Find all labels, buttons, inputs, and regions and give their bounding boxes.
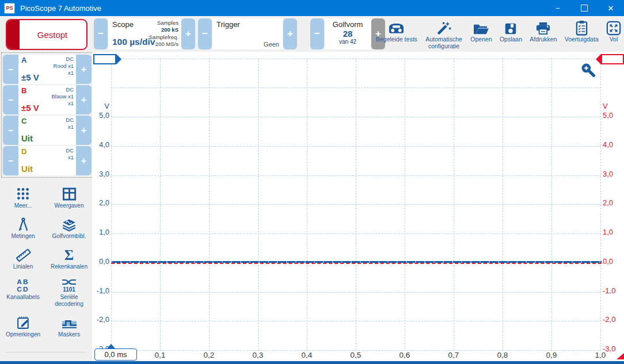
marker-tag-box xyxy=(601,54,624,64)
trace-channel-b[interactable] xyxy=(111,263,602,264)
channel-c-coupling: DC xyxy=(66,117,74,124)
scope-decrease-button[interactable]: − xyxy=(94,18,108,49)
scope-increase-button[interactable]: + xyxy=(181,18,195,49)
y-axis-label-left: 2,0 xyxy=(92,199,109,206)
save-button[interactable]: Opslaan xyxy=(498,18,524,44)
marker-arrow-right-icon xyxy=(116,54,121,64)
stop-start-button[interactable]: Gestopt xyxy=(6,19,87,50)
y-axis-label-left: 1,0 xyxy=(92,228,109,236)
trigger-decrease-button[interactable]: − xyxy=(198,18,212,49)
auto-setup-button[interactable]: Automatische configuratie xyxy=(423,18,465,51)
plot-area[interactable]: 5,05,04,04,03,03,02,02,01,01,00,00,0-1,0… xyxy=(92,52,624,361)
samplerate-value: 200 MS/s xyxy=(155,41,178,47)
guided-tests-button[interactable]: Begeleide tests xyxy=(374,18,419,44)
channel-c-info: DC x1 xyxy=(66,117,74,131)
sidebar-item-waveform-library[interactable]: Golfvormbibl. xyxy=(46,216,92,240)
samples-value: 200 kS xyxy=(161,26,178,33)
trigger-title: Trigger xyxy=(216,20,240,29)
right-edge-trigger-icon[interactable] xyxy=(617,353,624,359)
auto-setup-label: Automatische configuratie xyxy=(425,36,463,49)
sidebar-item-more-label: Meer... xyxy=(13,202,33,209)
sidebar-item-notes[interactable]: Opmerkingen xyxy=(0,314,46,338)
channel-group: − A DC Rood x1 x1 ±5 V + − B DC Blauw x1… xyxy=(1,52,93,178)
y-axis-label-left: 0,0 xyxy=(92,258,109,265)
fullscreen-button[interactable]: Vol xyxy=(604,18,623,44)
sidebar-item-math-channels[interactable]: Σ Rekenkanalen xyxy=(46,246,92,270)
sidebar-item-serial-decoding[interactable]: 1101 Seriële decodering xyxy=(46,277,92,308)
svg-text:1101: 1101 xyxy=(63,286,75,293)
y-axis-label-right: 3,0 xyxy=(603,170,613,178)
channel-a-body[interactable]: A DC Rood x1 x1 ±5 V xyxy=(18,55,76,84)
channel-d-body[interactable]: D DC x1 Uit xyxy=(18,146,76,175)
channel-c-attenuation: x1 xyxy=(66,124,74,131)
channel-a-panel: − A DC Rood x1 x1 ±5 V + xyxy=(3,55,92,84)
y-axis-label-right: -2,0 xyxy=(603,316,615,323)
y-axis-label-right: 5,0 xyxy=(603,112,613,119)
sidebar-item-channel-labels[interactable]: AB CD Kanaallabels xyxy=(0,277,46,308)
channel-d-decrease-button[interactable]: − xyxy=(3,146,18,175)
sidebar-tools: Meer... Weergaven Metingen xyxy=(0,185,92,338)
sidebar-item-masks[interactable]: Maskers xyxy=(46,314,92,338)
samples-label: Samples xyxy=(157,20,178,26)
trigger-increase-button[interactable]: + xyxy=(283,18,297,49)
scope-widget-body[interactable]: Scope 100 µs/div Samples 200 kS Samplefr… xyxy=(108,18,181,49)
channel-b-letter: B xyxy=(21,86,26,95)
time-origin-marker-icon[interactable] xyxy=(107,344,115,348)
x-axis-label: 0,7 xyxy=(441,351,466,359)
sidebar-item-measurements-label: Metingen xyxy=(10,233,36,240)
y-axis-unit-left: V xyxy=(92,102,109,110)
channel-a-increase-button[interactable]: + xyxy=(76,55,92,84)
channel-a-coupling: DC xyxy=(54,56,74,63)
print-button[interactable]: Afdrukken xyxy=(528,18,558,44)
waveform-nav-body[interactable]: Golfvorm 28 van 42 xyxy=(325,18,371,49)
channel-b-decrease-button[interactable]: − xyxy=(3,85,18,114)
gridline-horizontal xyxy=(111,204,601,205)
stop-start-label: Gestopt xyxy=(26,30,68,40)
sidebar-item-views-label: Weergaven xyxy=(54,202,85,209)
channel-b-increase-button[interactable]: + xyxy=(76,85,92,114)
sidebar-item-rulers[interactable]: Linialen xyxy=(0,246,46,270)
scope-samples-info: Samples 200 kS Samplefreq. 200 MS/s xyxy=(149,20,178,48)
gridline-horizontal xyxy=(111,87,601,88)
channel-c-increase-button[interactable]: + xyxy=(76,116,92,145)
time-origin-label[interactable]: 0,0 ms xyxy=(94,348,137,361)
bottom-accent-bar xyxy=(0,361,624,364)
channel-b-body[interactable]: B DC Blauw x1 x1 ±5 V xyxy=(18,85,76,114)
title-bar: PS PicoScope 7 Automotive − ✕ xyxy=(0,0,624,16)
vehicle-data-button[interactable]: Voertuigdata xyxy=(563,18,600,44)
channel-d-attenuation: x1 xyxy=(66,154,74,161)
minimize-button[interactable]: − xyxy=(545,0,571,16)
open-label: Openen xyxy=(470,36,492,43)
channel-c-decrease-button[interactable]: − xyxy=(3,116,18,145)
clipboard-icon xyxy=(575,20,588,36)
waveform-nav-title: Golfvorm xyxy=(333,20,363,29)
sidebar-item-more[interactable]: Meer... xyxy=(0,185,46,209)
scope-title: Scope xyxy=(112,20,134,29)
channel-b-probe: Blauw x1 xyxy=(51,93,74,100)
sidebar-item-views[interactable]: Weergaven xyxy=(46,185,92,209)
close-button[interactable]: ✕ xyxy=(598,0,624,16)
sidebar-item-channel-labels-label: Kanaallabels xyxy=(5,294,40,301)
channel-c-range: Uit xyxy=(21,133,33,143)
waveform-library-icon xyxy=(61,216,77,233)
channel-a-decrease-button[interactable]: − xyxy=(3,55,18,84)
open-button[interactable]: Openen xyxy=(469,18,493,44)
trigger-widget: − Trigger Geen + xyxy=(197,18,298,49)
y-axis-label-left: -1,0 xyxy=(92,287,109,294)
channel-d-increase-button[interactable]: + xyxy=(76,146,92,175)
sidebar-item-measurements[interactable]: Metingen xyxy=(0,216,46,240)
scope-widget: − Scope 100 µs/div Samples 200 kS Sample… xyxy=(93,18,196,49)
y-axis-label-right: -1,0 xyxy=(603,287,615,294)
channel-a-axis-marker-tag[interactable] xyxy=(93,54,116,64)
zoom-magnifier-icon[interactable] xyxy=(580,62,596,80)
channel-b-info: DC Blauw x1 x1 xyxy=(51,86,74,107)
maximize-button[interactable] xyxy=(571,0,598,16)
channel-d-info: DC x1 xyxy=(66,147,74,161)
printer-icon xyxy=(535,20,551,36)
trigger-widget-body[interactable]: Trigger Geen xyxy=(212,18,283,49)
channel-c-body[interactable]: C DC x1 Uit xyxy=(18,116,76,145)
waveform-previous-button[interactable]: − xyxy=(310,18,324,49)
compass-icon xyxy=(16,216,31,233)
svg-text:CD: CD xyxy=(17,285,29,293)
channel-b-axis-marker-tag[interactable] xyxy=(601,54,624,64)
